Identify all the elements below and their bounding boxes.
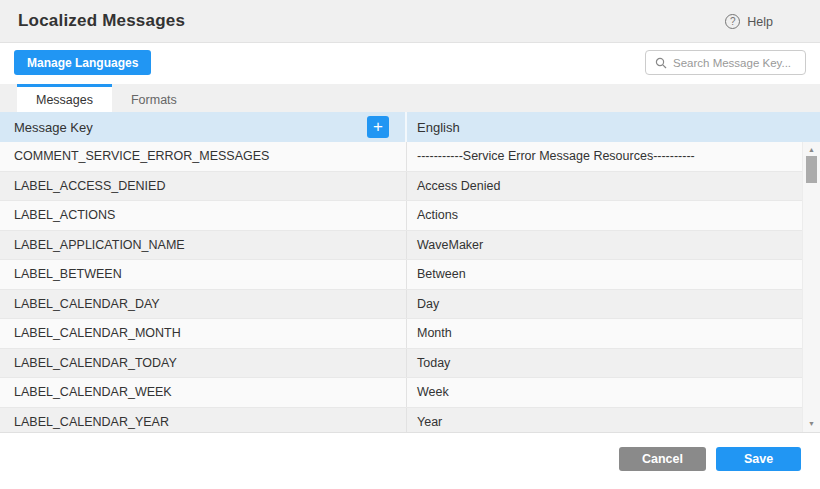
- tab-bar: Messages Formats: [0, 84, 820, 112]
- localized-messages-dialog: Localized Messages ? Help Manage Languag…: [0, 0, 820, 489]
- table-row[interactable]: LABEL_BETWEEN Between: [0, 260, 802, 290]
- message-key-cell[interactable]: LABEL_BETWEEN: [0, 260, 407, 289]
- column-header-message-key: Message Key +: [0, 112, 407, 142]
- table-row[interactable]: LABEL_CALENDAR_TODAY Today: [0, 349, 802, 379]
- message-key-cell[interactable]: LABEL_CALENDAR_TODAY: [0, 349, 407, 378]
- help-label: Help: [747, 15, 773, 29]
- title-bar: Localized Messages ? Help: [0, 0, 820, 43]
- english-value-cell[interactable]: Access Denied: [407, 172, 802, 201]
- scrollbar-up-arrow[interactable]: ▲: [803, 145, 820, 155]
- message-key-cell[interactable]: COMMENT_SERVICE_ERROR_MESSAGES: [0, 142, 407, 171]
- message-key-cell[interactable]: LABEL_ACCESS_DENIED: [0, 172, 407, 201]
- add-message-button[interactable]: +: [367, 116, 389, 138]
- tab-formats[interactable]: Formats: [112, 84, 196, 112]
- table-row[interactable]: LABEL_ACCESS_DENIED Access Denied: [0, 172, 802, 202]
- message-key-cell[interactable]: LABEL_CALENDAR_MONTH: [0, 319, 407, 348]
- english-value-cell[interactable]: -----------Service Error Message Resourc…: [407, 142, 802, 171]
- table-row[interactable]: COMMENT_SERVICE_ERROR_MESSAGES ---------…: [0, 142, 802, 172]
- english-value-cell[interactable]: Week: [407, 378, 802, 407]
- table-header: Message Key + English: [0, 112, 820, 142]
- message-key-cell[interactable]: LABEL_CALENDAR_WEEK: [0, 378, 407, 407]
- english-value-cell[interactable]: Today: [407, 349, 802, 378]
- table-row[interactable]: LABEL_CALENDAR_DAY Day: [0, 290, 802, 320]
- column-header-english: English: [407, 112, 820, 142]
- manage-languages-button[interactable]: Manage Languages: [14, 50, 151, 75]
- message-key-cell[interactable]: LABEL_ACTIONS: [0, 201, 407, 230]
- table-row[interactable]: LABEL_CALENDAR_MONTH Month: [0, 319, 802, 349]
- message-key-column-label: Message Key: [14, 120, 93, 135]
- search-box[interactable]: [645, 50, 806, 75]
- messages-table-body: COMMENT_SERVICE_ERROR_MESSAGES ---------…: [0, 142, 820, 433]
- toolbar: Manage Languages: [0, 44, 820, 84]
- search-message-key-input[interactable]: [673, 57, 796, 69]
- page-title: Localized Messages: [18, 11, 185, 31]
- save-button[interactable]: Save: [716, 447, 801, 471]
- help-button[interactable]: ? Help: [725, 0, 773, 43]
- message-key-cell[interactable]: LABEL_APPLICATION_NAME: [0, 231, 407, 260]
- rows-container: COMMENT_SERVICE_ERROR_MESSAGES ---------…: [0, 142, 820, 433]
- footer: Cancel Save: [0, 433, 820, 489]
- table-row[interactable]: LABEL_CALENDAR_WEEK Week: [0, 378, 802, 408]
- english-value-cell[interactable]: Month: [407, 319, 802, 348]
- scrollbar-thumb[interactable]: [806, 156, 817, 183]
- english-value-cell[interactable]: Day: [407, 290, 802, 319]
- message-key-cell[interactable]: LABEL_CALENDAR_YEAR: [0, 408, 407, 434]
- cancel-button[interactable]: Cancel: [619, 447, 706, 471]
- english-value-cell[interactable]: Year: [407, 408, 802, 434]
- message-key-cell[interactable]: LABEL_CALENDAR_DAY: [0, 290, 407, 319]
- english-value-cell[interactable]: Between: [407, 260, 802, 289]
- english-value-cell[interactable]: Actions: [407, 201, 802, 230]
- table-row[interactable]: LABEL_CALENDAR_YEAR Year: [0, 408, 802, 434]
- english-value-cell[interactable]: WaveMaker: [407, 231, 802, 260]
- english-column-label: English: [417, 120, 460, 135]
- table-row[interactable]: LABEL_ACTIONS Actions: [0, 201, 802, 231]
- table-row[interactable]: LABEL_APPLICATION_NAME WaveMaker: [0, 231, 802, 261]
- scrollbar-down-arrow[interactable]: ▼: [803, 419, 820, 429]
- vertical-scrollbar[interactable]: ▲ ▼: [802, 142, 820, 432]
- search-icon: [655, 57, 667, 69]
- help-question-icon: ?: [725, 14, 740, 29]
- tab-messages[interactable]: Messages: [17, 84, 112, 112]
